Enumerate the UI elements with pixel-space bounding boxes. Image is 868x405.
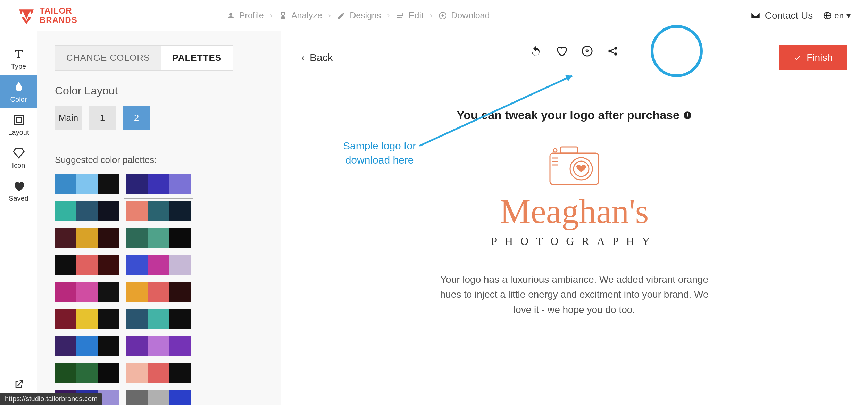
svg-point-0 — [402, 13, 403, 15]
palette-3[interactable] — [126, 201, 191, 221]
swatch — [55, 228, 76, 248]
rail-saved[interactable]: Saved — [0, 174, 37, 207]
swatch — [55, 201, 76, 221]
check-icon — [793, 53, 802, 62]
share-out-icon — [13, 379, 24, 390]
nav-step-designs[interactable]: Designs — [337, 10, 381, 20]
tab-palettes[interactable]: PALETTES — [161, 46, 233, 70]
palette-17[interactable] — [126, 390, 191, 405]
palette-8[interactable] — [55, 282, 119, 302]
swatch — [76, 201, 98, 221]
back-button[interactable]: ‹ Back — [301, 52, 333, 64]
chevron-right-icon: › — [328, 11, 331, 20]
language-selector[interactable]: en ▾ — [823, 11, 851, 20]
swatch — [55, 282, 76, 302]
swatch — [126, 363, 148, 383]
logo-subtitle: PHOTOGRAPHY — [491, 235, 658, 248]
brand[interactable]: TAILOR BRANDS — [17, 6, 77, 25]
swatch — [126, 390, 148, 405]
swatch — [76, 255, 98, 275]
layout-btn-2[interactable]: 2 — [123, 106, 150, 130]
palette-1[interactable] — [126, 174, 191, 194]
rail-color[interactable]: Color — [0, 75, 37, 108]
palette-2[interactable] — [55, 201, 119, 221]
download-icon — [439, 11, 447, 20]
layout-btn-main[interactable]: Main — [55, 106, 82, 130]
swatch — [98, 255, 119, 275]
palette-15[interactable] — [126, 363, 191, 383]
swatch — [98, 363, 119, 383]
palette-11[interactable] — [126, 309, 191, 329]
svg-rect-5 — [16, 118, 21, 123]
favorite-icon[interactable] — [556, 45, 567, 57]
status-bar: https://studio.tailorbrands.com — [0, 393, 102, 405]
download-sample-icon[interactable] — [581, 45, 593, 57]
tab-change-colors[interactable]: CHANGE COLORS — [55, 46, 161, 70]
swatch — [169, 390, 191, 405]
swatch — [76, 309, 98, 329]
swatch — [76, 363, 98, 383]
contact-us-link[interactable]: Contact Us — [750, 10, 813, 21]
palette-5[interactable] — [126, 228, 191, 248]
divider — [55, 144, 260, 144]
swatch — [148, 363, 169, 383]
color-tabs: CHANGE COLORS PALETTES — [55, 45, 233, 71]
info-icon[interactable]: i — [683, 111, 692, 120]
logo-name: Meaghan's — [500, 191, 649, 231]
top-nav: TAILOR BRANDS Profile › Analyze › Design… — [0, 0, 868, 31]
swatch — [126, 336, 148, 356]
rail-icon[interactable]: Icon — [0, 141, 37, 174]
swatch — [126, 201, 148, 221]
nav-step-download[interactable]: Download — [439, 10, 490, 20]
swatch — [76, 282, 98, 302]
nav-step-edit[interactable]: Edit — [396, 10, 424, 20]
palette-6[interactable] — [55, 255, 119, 275]
svg-point-1 — [400, 17, 402, 18]
palette-0[interactable] — [55, 174, 119, 194]
swatch — [148, 282, 169, 302]
suggested-label: Suggested color palettes: — [55, 155, 260, 165]
logo-description: Your logo has a luxurious ambiance. We a… — [439, 272, 710, 317]
share-icon[interactable] — [607, 45, 619, 57]
swatch — [148, 174, 169, 194]
finish-button[interactable]: Finish — [779, 45, 847, 70]
chevron-right-icon: › — [430, 11, 432, 20]
rail-type[interactable]: Type — [0, 42, 37, 75]
palette-4[interactable] — [55, 228, 119, 248]
nav-step-profile[interactable]: Profile — [227, 10, 264, 20]
nav-step-analyze[interactable]: Analyze — [279, 10, 322, 20]
swatch — [169, 309, 191, 329]
svg-rect-15 — [560, 147, 578, 153]
swatch — [98, 336, 119, 356]
pencil-icon — [337, 11, 345, 20]
swatch — [98, 309, 119, 329]
camera-icon — [543, 143, 606, 188]
palette-7[interactable] — [126, 255, 191, 275]
svg-text:i: i — [687, 112, 688, 118]
palette-14[interactable] — [55, 363, 119, 383]
svg-point-16 — [553, 149, 557, 152]
palette-grid — [55, 174, 260, 405]
palette-10[interactable] — [55, 309, 119, 329]
swatch — [148, 309, 169, 329]
palette-13[interactable] — [126, 336, 191, 356]
swatch — [126, 282, 148, 302]
swatch — [148, 390, 169, 405]
left-rail: Type Color Layout Icon Saved New Logo — [0, 31, 37, 405]
layout-icon — [12, 114, 25, 126]
palette-12[interactable] — [55, 336, 119, 356]
svg-marker-11 — [565, 75, 572, 81]
layout-btn-1[interactable]: 1 — [89, 106, 116, 130]
palette-9[interactable] — [126, 282, 191, 302]
rail-layout[interactable]: Layout — [0, 108, 37, 141]
undo-icon[interactable] — [530, 45, 542, 57]
swatch — [55, 174, 76, 194]
swatch — [169, 174, 191, 194]
brand-logo-icon — [17, 7, 35, 25]
chevron-left-icon: ‹ — [301, 52, 305, 64]
nav-steps: Profile › Analyze › Designs › Edit › Dow… — [227, 10, 490, 20]
color-panel: CHANGE COLORS PALETTES Color Layout Main… — [37, 31, 281, 405]
swatch — [148, 228, 169, 248]
heart-icon — [12, 180, 25, 192]
swatch — [98, 201, 119, 221]
